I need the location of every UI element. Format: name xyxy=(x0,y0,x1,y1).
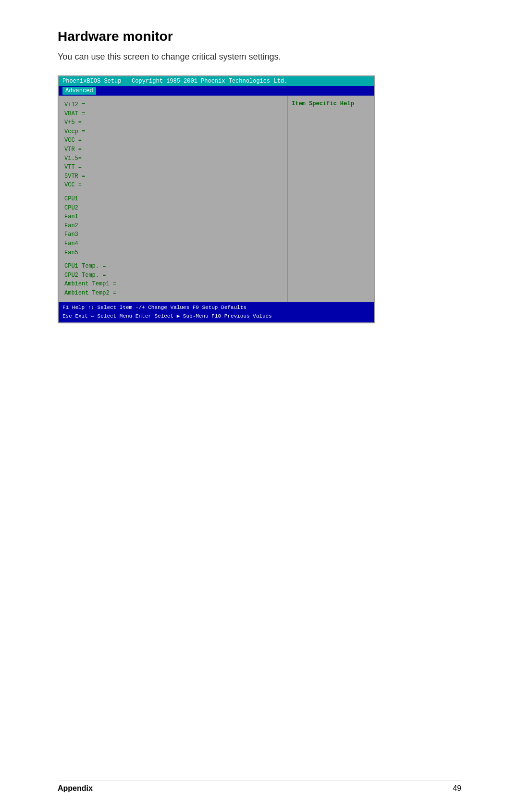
page-subtitle: You can use this screen to change critic… xyxy=(58,52,461,62)
voltage-section: V+12 = VBAT = V+5 = Vccp = VCC = VTR = V… xyxy=(64,100,282,190)
bios-screen: PhoenixBIOS Setup - Copyright 1985-2001 … xyxy=(58,75,375,323)
bios-left-panel: V+12 = VBAT = V+5 = Vccp = VCC = VTR = V… xyxy=(59,96,287,302)
bios-item-vtt: VTT = xyxy=(64,163,282,172)
footer-appendix-label: Appendix xyxy=(58,784,93,793)
bios-main-area: V+12 = VBAT = V+5 = Vccp = VCC = VTR = V… xyxy=(59,96,374,302)
temp-section: CPU1 Temp. = CPU2 Temp. = Ambient Temp1 … xyxy=(64,262,282,297)
bios-item-fan5: Fan5 xyxy=(64,248,282,258)
bios-item-cpu2: CPU2 xyxy=(64,204,282,213)
bios-item-cpu2-temp: CPU2 Temp. = xyxy=(64,271,282,280)
bios-title-bar: PhoenixBIOS Setup - Copyright 1985-2001 … xyxy=(59,76,374,86)
bios-item-fan4: Fan4 xyxy=(64,239,282,248)
bios-item-vcc1: VCC = xyxy=(64,136,282,145)
bios-footer: F1 Help ↑↓ Select Item -/+ Change Values… xyxy=(59,302,374,322)
bios-item-cpu1: CPU1 xyxy=(64,195,282,204)
page-title: Hardware monitor xyxy=(58,29,461,44)
bios-item-ambient-temp2: Ambient Temp2 = xyxy=(64,289,282,298)
bios-item-vbat: VBAT = xyxy=(64,110,282,119)
bios-active-menu-item[interactable]: Advanced xyxy=(62,87,96,95)
bios-item-fan3: Fan3 xyxy=(64,230,282,239)
bios-item-vtr: VTR = xyxy=(64,145,282,154)
page-footer: Appendix 49 xyxy=(58,780,461,793)
bios-right-panel: Item Specific Help xyxy=(287,96,374,302)
bios-item-5vtr: 5VTR = xyxy=(64,172,282,181)
bios-item-fan1: Fan1 xyxy=(64,212,282,221)
bios-item-v5: V+5 = xyxy=(64,118,282,127)
bios-item-vccp: Vccp = xyxy=(64,127,282,136)
bios-item-ambient-temp1: Ambient Temp1 = xyxy=(64,280,282,289)
bios-item-vcc2: VCC = xyxy=(64,181,282,190)
footer-page-number: 49 xyxy=(453,784,461,793)
bios-item-cpu1-temp: CPU1 Temp. = xyxy=(64,262,282,271)
bios-footer-line1: F1 Help ↑↓ Select Item -/+ Change Values… xyxy=(62,304,370,312)
bios-item-fan2: Fan2 xyxy=(64,221,282,231)
bios-footer-line2: Esc Exit ↔ Select Menu Enter Select ▶ Su… xyxy=(62,312,370,321)
bios-help-title: Item Specific Help xyxy=(292,100,370,107)
bios-menu-bar: Advanced xyxy=(59,86,374,96)
cpu-fan-section: CPU1 CPU2 Fan1 Fan2 Fan3 Fan4 Fan5 xyxy=(64,195,282,257)
bios-item-v12: V+12 = xyxy=(64,100,282,110)
bios-item-v15: V1.5= xyxy=(64,154,282,163)
